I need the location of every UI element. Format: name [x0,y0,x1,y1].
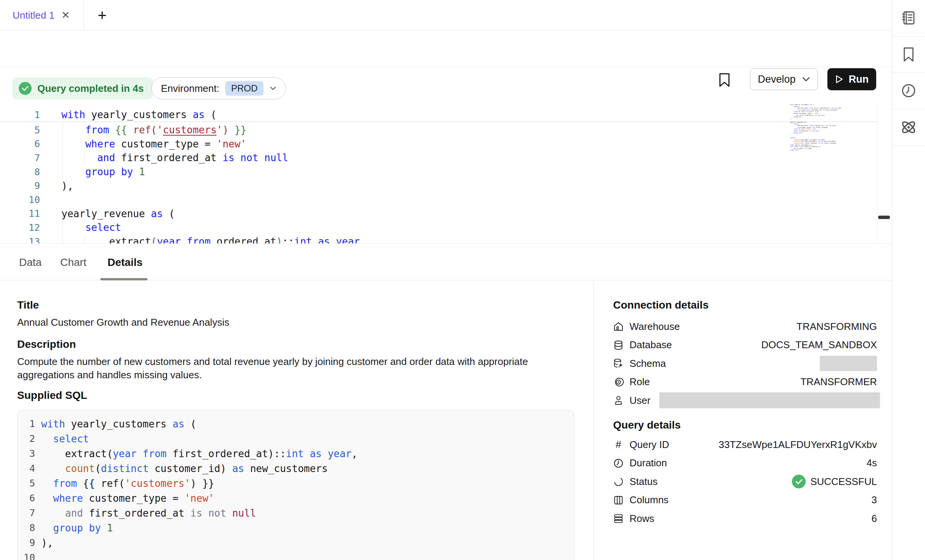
environment-selector[interactable]: Environment: PROD [151,77,286,99]
right-sidebar [892,0,925,560]
duration-value: 4s [867,457,877,469]
title-value: Annual Customer Growth and Revenue Analy… [17,317,229,328]
tab-bar: Untitled 1 ✕ + [0,0,892,30]
lineage-atom-icon [900,118,917,136]
result-tab-bar: Data Chart Details [0,244,892,280]
query-details-heading: Query details [613,419,681,431]
run-label: Run [849,74,869,85]
chevron-down-icon [802,77,810,82]
close-icon[interactable]: ✕ [61,10,70,21]
play-icon [835,75,843,84]
database-value: DOCS_TEAM_SANDBOX [761,339,877,351]
active-tab-underline [100,278,148,280]
query-row-columns: Columns 3 [613,491,877,510]
editor-scrollbar-track[interactable] [877,103,892,243]
environment-value-badge: PROD [225,81,263,96]
tab-chart[interactable]: Chart [60,244,86,280]
user-icon [613,395,624,406]
connection-row-warehouse: Warehouse TRANSFORMING [613,317,877,336]
title-heading: Title [17,299,39,311]
sql-editor[interactable]: 1with yearly_customers as ( 5 from {{ re… [0,103,892,244]
columns-icon [613,495,624,506]
supplied-sql-block: 1with yearly_customers as (2 select3 ext… [17,410,574,560]
sticky-separator [0,122,877,122]
query-row-duration: Duration 4s [613,454,877,473]
success-check-icon [792,475,806,488]
bookmark-icon[interactable] [718,72,731,88]
bookmark-icon [901,46,916,62]
new-tab-button[interactable]: + [91,0,114,30]
user-value-redacted [659,392,880,408]
warehouse-value: TRANSFORMING [797,321,877,333]
query-status-text: Query completed in 4s [37,83,144,94]
chevron-down-icon [270,86,276,91]
connection-row-user: User [613,391,877,410]
hash-icon: # [613,439,624,450]
sidebar-item-notebook[interactable] [892,0,925,37]
develop-dropdown[interactable]: Develop [750,68,818,90]
toolbar: Develop Run [0,30,892,67]
notebook-icon [901,10,917,26]
query-details-rows: # Query ID 33TZseWpe1ALFDUYerxR1gVKxbv D… [613,435,877,528]
description-heading: Description [17,338,76,350]
connection-row-database: Database DOCS_TEAM_SANDBOX [613,336,877,355]
tab-title: Untitled 1 [13,10,55,21]
database-icon [613,340,624,350]
sidebar-item-lineage[interactable] [892,109,925,146]
connection-details-heading: Connection details [613,299,708,311]
supplied-sql-heading: Supplied SQL [17,389,87,402]
environment-label: Environment: [161,83,219,94]
columns-value: 3 [872,494,877,506]
editor-minimap[interactable]: with yearly_customers as ( select extrac… [790,104,841,151]
develop-label: Develop [758,74,795,85]
description-value: Compute the number of new customers and … [17,355,538,381]
query-row-id: # Query ID 33TZseWpe1ALFDUYerxR1gVKxbv [613,435,877,454]
tab-data[interactable]: Data [19,244,42,280]
role-value: TRANSFORMER [800,376,877,388]
query-row-rows: Rows 6 [613,509,877,528]
sidebar-item-history[interactable] [892,73,925,109]
tab-details[interactable]: Details [108,244,143,280]
run-button[interactable]: Run [827,68,876,90]
rows-icon [613,513,624,524]
sidebar-item-bookmarks[interactable] [892,37,925,73]
tab-untitled-1[interactable]: Untitled 1 ✕ [0,0,84,30]
spinner-icon [613,476,624,487]
connection-row-role: Role TRANSFORMER [613,373,877,392]
history-clock-icon [901,83,917,99]
rows-value: 6 [872,513,877,525]
query-status-badge: Query completed in 4s [12,77,153,99]
connection-row-schema: Schema [613,354,877,373]
role-icon [613,377,624,387]
editor-sticky-line: 1with yearly_customers as ( [0,108,785,122]
schema-value-redacted [820,356,877,371]
check-circle-icon [19,82,32,95]
details-pane-divider [593,281,594,560]
query-id-value: 33TZseWpe1ALFDUYerxR1gVKxbv [719,439,877,451]
clock-icon [613,458,624,469]
status-value: SUCCESSFUL [792,475,877,488]
query-row-status: Status SUCCESSFUL [613,472,877,491]
editor-code-lines: 5 from {{ ref('customers') }}6 where cus… [0,123,785,244]
schema-icon [613,358,624,369]
editor-scrollbar-handle[interactable] [878,216,890,219]
connection-details-rows: Warehouse TRANSFORMING Database DOCS_TEA… [613,317,877,410]
warehouse-icon [613,321,624,332]
